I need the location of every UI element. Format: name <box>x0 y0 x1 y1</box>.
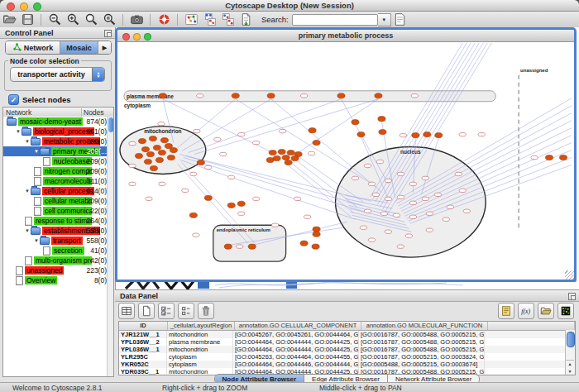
tree-row[interactable]: Overview8(0) <box>3 275 113 285</box>
node <box>352 120 359 125</box>
tree-row[interactable]: ▼primary metabo209(... <box>3 146 113 156</box>
node-label <box>447 205 453 208</box>
tree-row[interactable]: response to stimulu264(0) <box>3 216 113 226</box>
zoom-actual-icon[interactable] <box>83 12 99 27</box>
network-view-window[interactable]: primary metabolic process plasma membran… <box>115 27 577 282</box>
tree-row[interactable]: nitrogen compo209(0) <box>3 166 113 176</box>
tree-scrollbar[interactable] <box>107 117 113 376</box>
tree-row[interactable]: ▼cellular process614(0) <box>3 186 113 196</box>
matrix-icon[interactable] <box>557 303 574 319</box>
tree-row-label[interactable]: mosaic-demo-yeast <box>18 117 83 126</box>
control-panel-title: Control Panel <box>5 29 54 37</box>
float-panel-icon[interactable] <box>104 30 112 37</box>
table-scrollbar-thumb[interactable] <box>567 332 575 347</box>
expand-arrow-icon[interactable]: ▼ <box>25 189 30 194</box>
new-attribute-icon[interactable] <box>138 303 155 319</box>
select-attributes-icon[interactable] <box>158 303 175 319</box>
expand-arrow-icon[interactable]: ▼ <box>25 228 30 233</box>
tree-row-label[interactable]: cell communicat <box>43 207 92 215</box>
tree-header-nodes[interactable]: Nodes <box>82 108 113 117</box>
notes-icon[interactable] <box>498 303 514 319</box>
import-attributes-icon[interactable] <box>538 303 554 319</box>
zoom-out-icon[interactable] <box>46 12 63 27</box>
tree-row-label[interactable]: secretion <box>52 246 84 255</box>
tree-row-label[interactable]: nitrogen compo <box>43 167 92 175</box>
column-header[interactable]: annotation.GO MOLECULAR_FUNCTION <box>361 322 488 330</box>
network-window-titlebar[interactable]: primary metabolic process <box>117 30 574 42</box>
node-label <box>531 155 538 159</box>
save-session-icon[interactable] <box>19 12 36 27</box>
tree-row-label[interactable]: biological_process <box>33 127 94 136</box>
delete-attribute-icon[interactable] <box>198 303 214 319</box>
tree-row[interactable]: secretion41(0) <box>3 246 113 256</box>
tab-network[interactable]: Network <box>6 41 60 54</box>
tree-row-label[interactable]: multi-organism pro <box>34 256 92 265</box>
scroll-down-icon[interactable]: ▼ <box>568 369 572 374</box>
expand-arrow-icon[interactable]: ▼ <box>34 149 39 154</box>
select-nodes-checkbox[interactable]: ✓ <box>8 94 19 105</box>
table-scrollbar-arrows[interactable]: ▲ ▼ <box>566 360 574 375</box>
search-dropdown-arrow-icon[interactable]: ▼ <box>378 13 391 26</box>
dropdown-stepper-icon: ▲▼ <box>92 68 104 81</box>
column-header[interactable]: _cellularLayoutRegion <box>168 322 235 330</box>
tree-row[interactable]: ▼transport558(0) <box>3 236 113 246</box>
vizmapper-icon[interactable] <box>183 12 199 27</box>
zoom-in-icon[interactable] <box>65 12 81 27</box>
tree-row[interactable]: ▼metabolic process280(0) <box>3 136 113 146</box>
table-scrollbar[interactable]: ▲ ▼ <box>565 330 575 375</box>
float-panel-icon[interactable] <box>568 293 576 300</box>
network-canvas[interactable]: plasma membranecytoplasmmitochondrionnuc… <box>117 42 574 280</box>
expand-arrow-icon[interactable]: ▼ <box>16 129 21 134</box>
create-network-icon[interactable] <box>201 12 218 27</box>
table-cell: [GO:0044464, GO:0044446, GO:0044444, G..… <box>233 361 359 368</box>
table-row[interactable]: YKR052Ccytoplasm[GO:0044464, GO:0044446,… <box>119 361 575 368</box>
expand-arrow-icon[interactable]: ▼ <box>25 139 30 144</box>
tree-scrollbar-thumb[interactable] <box>108 117 113 132</box>
attribute-list-icon[interactable] <box>178 303 194 319</box>
tree-row[interactable]: cell communicat22(0) <box>3 206 113 216</box>
expand-arrow-icon[interactable]: ▼ <box>34 238 39 243</box>
tree-header-network[interactable]: Network <box>3 108 82 117</box>
edge <box>291 99 379 158</box>
tree-row[interactable]: unassigned223(0) <box>3 265 113 275</box>
tree-row-label[interactable]: transport <box>51 237 83 245</box>
node-label <box>253 197 260 200</box>
scroll-up-icon[interactable]: ▲ <box>568 361 572 366</box>
tree-row[interactable]: macromolecule311(0) <box>3 176 113 186</box>
help-ring-icon[interactable] <box>156 12 172 27</box>
tree-row[interactable]: multi-organism pro42(0) <box>3 256 113 265</box>
tree-row[interactable]: mosaic-demo-yeast874(0) <box>3 117 113 127</box>
table-row[interactable]: YLR295Ccytoplasm[GO:0045263, GO:0044464,… <box>119 353 575 361</box>
open-file-icon[interactable] <box>1 12 17 27</box>
column-header[interactable]: annotation.GO CELLULAR_COMPONENT <box>235 322 361 330</box>
table-row[interactable]: YPL036W__2plasma membrane[GO:0044464, GO… <box>119 338 575 346</box>
node-color-dropdown[interactable]: transporter activity ▲▼ <box>10 67 105 82</box>
tree-row-label[interactable]: macromolecule <box>43 177 92 185</box>
table-row[interactable]: YJR121W__1mitochondrion[GO:0045267, GO:0… <box>119 331 575 338</box>
node-label <box>455 172 462 175</box>
tree-row-label[interactable]: response to stimulu <box>34 217 92 225</box>
tab-mosaic[interactable]: Mosaic <box>60 41 98 54</box>
tree-row-label[interactable]: cellular metabo <box>43 197 92 205</box>
zoom-fit-icon[interactable] <box>101 12 117 27</box>
tree-row-label[interactable]: unassigned <box>25 266 64 275</box>
tree-row[interactable]: cellular metabo209(0) <box>3 196 113 206</box>
tree-row[interactable]: ▼establishment of lo558(0) <box>3 226 113 236</box>
resize-grip[interactable] <box>565 270 574 280</box>
export-document-icon[interactable] <box>237 12 254 27</box>
tree-row-label[interactable]: Overview <box>25 276 57 284</box>
column-header[interactable] <box>488 322 575 330</box>
snapshot-icon[interactable] <box>128 12 145 27</box>
attribute-grid-icon[interactable] <box>118 303 135 319</box>
file-icon <box>34 167 41 176</box>
folder-icon <box>7 118 17 126</box>
search-input[interactable] <box>292 14 378 26</box>
table-row[interactable]: YPL036W__1mitochondrion[GO:0044464, GO:0… <box>119 346 575 353</box>
tab-overflow-arrow-icon[interactable]: ▶ <box>98 41 111 54</box>
annotation-icon[interactable] <box>392 12 409 27</box>
tree-row[interactable]: ▼biological_process651(0) <box>3 127 113 136</box>
function-builder-icon[interactable]: f(x) <box>518 303 534 319</box>
tree-row[interactable]: nucleobase-209(0) <box>3 156 113 166</box>
import-network-icon[interactable] <box>219 12 236 27</box>
column-header[interactable]: ID <box>119 322 168 330</box>
